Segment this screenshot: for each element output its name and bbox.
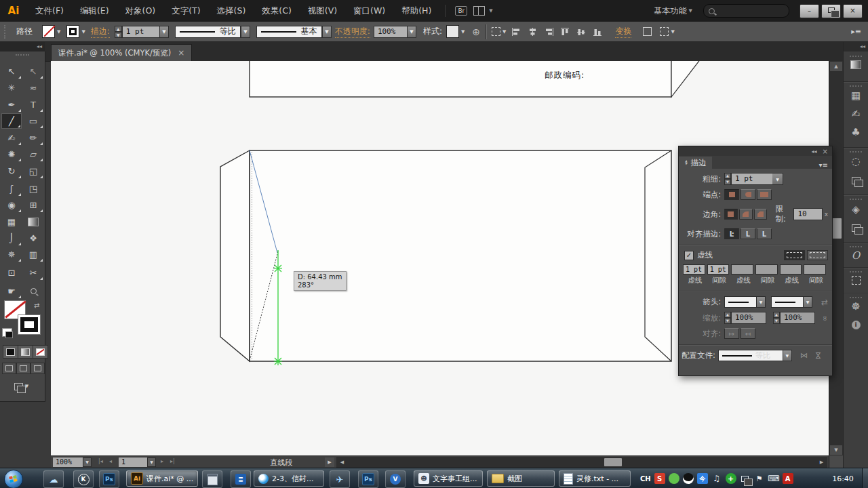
horizontal-scroll-thumb[interactable] — [604, 458, 622, 466]
drag-grip[interactable] — [850, 297, 862, 298]
weight-dropdown[interactable]: ▼ — [772, 173, 783, 185]
gap-field-2[interactable] — [755, 264, 778, 274]
swap-fill-stroke-icon[interactable]: ⇄ — [34, 302, 39, 309]
drag-grip[interactable] — [850, 56, 862, 57]
eraser-tool[interactable]: ▱ — [23, 146, 43, 162]
link-scales-icon[interactable]: ∞ — [821, 314, 829, 321]
document-tab[interactable]: 课件.ai* @ 100% (CMYK/预览) × — [51, 44, 192, 61]
arrow-start-combo[interactable] — [724, 296, 757, 308]
prev-artboard-button[interactable]: ◂ — [109, 458, 112, 464]
drag-grip[interactable] — [850, 151, 862, 152]
selection-tool[interactable]: ↖ — [1, 64, 22, 79]
panel-menu-icon[interactable]: ▾≡ — [819, 161, 828, 169]
dash-field-1[interactable]: 1 pt — [683, 264, 705, 274]
perspective-grid-tool[interactable]: ⊞ — [23, 197, 43, 213]
toolbar-collapse-button[interactable]: ◂◂ — [0, 42, 45, 52]
default-fill-stroke-icon[interactable] — [2, 328, 12, 337]
drag-grip[interactable] — [16, 54, 29, 56]
dock-expand-button[interactable]: ◂◂ — [844, 42, 868, 52]
gradient-button[interactable] — [18, 345, 33, 359]
document-setup-icon[interactable]: ⊕ — [472, 26, 480, 37]
taskbar-v-app-icon[interactable]: V — [385, 470, 406, 488]
bridge-icon[interactable]: Br — [455, 6, 467, 16]
select-similar-icon[interactable] — [660, 27, 669, 36]
blend-tool[interactable]: ❖ — [23, 230, 43, 246]
start-button[interactable] — [4, 470, 23, 488]
minimize-button[interactable]: – — [800, 4, 819, 18]
butt-cap-button[interactable] — [724, 189, 739, 200]
menu-edit[interactable]: 编辑(E) — [72, 0, 117, 22]
helm-panel-icon[interactable]: ☸ — [844, 300, 868, 312]
rectangle-tool[interactable]: ▭ — [23, 113, 43, 129]
taskbar-photoshop2-icon[interactable]: Ps — [358, 470, 378, 488]
color-button[interactable] — [3, 345, 18, 359]
screen-mode-button[interactable]: ▼ — [12, 380, 33, 393]
blob-brush-tool[interactable]: ✺ — [1, 146, 22, 162]
mesh-tool[interactable]: ▦ — [1, 214, 22, 230]
task-browser-envelope[interactable]: 2-3、信封... — [254, 470, 324, 487]
projecting-cap-button[interactable] — [757, 189, 772, 200]
arrow-start-dropdown[interactable]: ▼ — [757, 296, 766, 308]
swap-arrows-icon[interactable]: ⇄ — [821, 298, 828, 307]
first-artboard-button[interactable]: |◂ — [98, 458, 103, 464]
next-artboard-button[interactable]: ▸ — [161, 458, 163, 464]
draw-normal-button[interactable] — [2, 363, 16, 374]
brushes-panel-icon[interactable]: ✍ — [844, 108, 868, 120]
fill-swatch[interactable] — [42, 25, 55, 38]
brush-combo[interactable]: 基本 — [256, 26, 322, 38]
slice-tool[interactable]: ✂ — [23, 265, 43, 281]
artboard-tool[interactable]: ⊡ — [1, 265, 22, 281]
menu-effect[interactable]: 效果(C) — [254, 0, 299, 22]
arrange-documents-icon[interactable] — [473, 6, 485, 16]
align-stroke-center-button[interactable]: Ŀ — [724, 228, 739, 239]
close-button[interactable]: × — [843, 4, 863, 18]
clock[interactable]: 16:40 — [827, 468, 859, 488]
profile-dropdown[interactable]: ▼ — [783, 350, 792, 361]
arrow-end-dropdown[interactable]: ▼ — [804, 296, 812, 308]
round-join-button[interactable] — [739, 209, 753, 220]
profile-combo[interactable]: 等比 — [718, 350, 783, 361]
links-panel-icon[interactable] — [844, 175, 868, 187]
task-folder-screenshots[interactable]: 截图 — [487, 470, 555, 487]
style-swatch[interactable] — [446, 25, 459, 38]
jin-tray-icon[interactable]: 今 — [697, 473, 708, 484]
stroke-weight-stepper[interactable]: ▲▼ — [115, 26, 122, 38]
arrow-end-combo[interactable] — [771, 296, 804, 308]
scroll-down-button[interactable]: ▼ — [830, 445, 842, 455]
flip-across-icon[interactable]: ⋈ — [814, 352, 823, 359]
gap-field-3[interactable] — [804, 264, 826, 274]
taskbar-thunder-icon[interactable]: ✈ — [330, 470, 350, 488]
eyedropper-tool[interactable]: ⌡ — [1, 230, 22, 246]
magic-wand-tool[interactable]: ✳ — [1, 80, 22, 96]
network-icon[interactable] — [740, 473, 751, 484]
close-tab-icon[interactable]: × — [178, 48, 184, 58]
isolate-selected-icon[interactable] — [643, 27, 652, 36]
draw-inside-button[interactable] — [31, 363, 45, 374]
brush-dropdown[interactable]: ▼ — [322, 26, 332, 38]
menu-object[interactable]: 对象(O) — [117, 0, 164, 22]
status-expand-button[interactable]: ▶ — [325, 458, 334, 467]
draw-behind-button[interactable] — [16, 363, 31, 374]
horizontal-scrollbar[interactable]: ◀ ▶ — [336, 457, 827, 468]
scale-end-field[interactable]: 100% — [780, 312, 815, 324]
miter-join-button[interactable] — [724, 209, 738, 220]
drag-grip[interactable] — [850, 199, 862, 200]
messenger-tray-icon[interactable] — [669, 473, 679, 484]
symbols-panel-icon[interactable]: ♣ — [844, 126, 868, 138]
artboard-dropdown[interactable]: ▼ — [147, 458, 156, 467]
align-top-button[interactable] — [557, 25, 573, 39]
flip-along-icon[interactable]: ⋈ — [800, 351, 808, 360]
glyphs-panel-icon[interactable]: O — [844, 249, 868, 262]
vertical-scroll-thumb[interactable] — [831, 218, 842, 239]
stroke-color-swatch[interactable] — [18, 314, 41, 335]
info-panel-icon[interactable]: i — [844, 317, 868, 329]
weight-field[interactable]: 1 pt — [731, 173, 772, 185]
type-tool[interactable]: T — [23, 97, 43, 113]
rotate-tool[interactable]: ↻ — [1, 163, 22, 179]
stroke-weight-dropdown[interactable]: ▼ — [159, 26, 169, 38]
lasso-tool[interactable]: ≈ — [23, 80, 43, 96]
menu-select[interactable]: 选择(S) — [209, 0, 254, 22]
tab-stroke[interactable]: ▲▼描边 — [679, 157, 712, 169]
menu-help[interactable]: 帮助(H) — [393, 0, 439, 22]
control-panel-menu-icon[interactable]: ▸≡ — [851, 27, 861, 36]
